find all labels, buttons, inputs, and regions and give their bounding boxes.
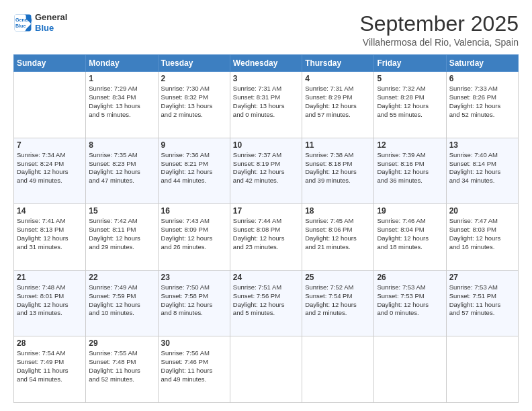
day-number: 28 (17, 338, 83, 348)
calendar-week-row: 1Sunrise: 7:29 AM Sunset: 8:34 PM Daylig… (14, 72, 519, 138)
calendar-cell: 19Sunrise: 7:46 AM Sunset: 8:04 PM Dayli… (374, 204, 446, 271)
day-number: 8 (89, 140, 154, 150)
day-number: 16 (161, 206, 227, 216)
day-info: Sunrise: 7:49 AM Sunset: 7:59 PM Dayligh… (89, 283, 154, 318)
calendar-cell: 21Sunrise: 7:48 AM Sunset: 8:01 PM Dayli… (14, 270, 86, 336)
calendar-cell: 18Sunrise: 7:45 AM Sunset: 8:06 PM Dayli… (302, 204, 374, 271)
day-info: Sunrise: 7:51 AM Sunset: 7:56 PM Dayligh… (233, 283, 299, 318)
header: General Blue GeneralBlue September 2025 … (13, 12, 519, 48)
day-number: 2 (161, 74, 227, 83)
calendar-cell: 12Sunrise: 7:39 AM Sunset: 8:16 PM Dayli… (374, 138, 446, 204)
day-number: 6 (449, 74, 515, 83)
day-number: 1 (89, 74, 154, 83)
calendar-cell: 9Sunrise: 7:36 AM Sunset: 8:21 PM Daylig… (158, 138, 230, 204)
calendar-cell: 23Sunrise: 7:50 AM Sunset: 7:58 PM Dayli… (158, 270, 230, 336)
day-number: 9 (161, 140, 227, 150)
day-number: 20 (449, 206, 515, 216)
day-info: Sunrise: 7:46 AM Sunset: 8:04 PM Dayligh… (377, 217, 443, 251)
day-info: Sunrise: 7:29 AM Sunset: 8:34 PM Dayligh… (89, 85, 154, 119)
col-header-sunday: Sunday (14, 55, 86, 72)
col-header-monday: Monday (86, 55, 158, 72)
logo-icon: General Blue (13, 13, 32, 32)
col-header-wednesday: Wednesday (230, 55, 302, 72)
day-number: 12 (377, 140, 443, 150)
day-info: Sunrise: 7:52 AM Sunset: 7:54 PM Dayligh… (305, 283, 371, 318)
calendar-cell: 16Sunrise: 7:43 AM Sunset: 8:09 PM Dayli… (158, 204, 230, 271)
svg-text:General: General (15, 17, 32, 22)
calendar-cell: 22Sunrise: 7:49 AM Sunset: 7:59 PM Dayli… (86, 270, 158, 336)
calendar-cell: 26Sunrise: 7:53 AM Sunset: 7:53 PM Dayli… (374, 270, 446, 336)
day-number: 23 (161, 273, 227, 282)
day-number: 22 (89, 273, 154, 282)
day-number: 13 (449, 140, 515, 150)
calendar-cell (14, 72, 86, 138)
calendar-week-row: 28Sunrise: 7:54 AM Sunset: 7:49 PM Dayli… (14, 336, 519, 403)
calendar-cell: 14Sunrise: 7:41 AM Sunset: 8:13 PM Dayli… (14, 204, 86, 271)
day-number: 26 (377, 273, 443, 282)
day-info: Sunrise: 7:41 AM Sunset: 8:13 PM Dayligh… (17, 217, 83, 251)
day-info: Sunrise: 7:37 AM Sunset: 8:19 PM Dayligh… (233, 151, 299, 185)
day-number: 29 (89, 338, 154, 348)
calendar-cell: 6Sunrise: 7:33 AM Sunset: 8:26 PM Daylig… (446, 72, 518, 138)
day-info: Sunrise: 7:39 AM Sunset: 8:16 PM Dayligh… (377, 151, 443, 185)
day-number: 17 (233, 206, 299, 216)
day-info: Sunrise: 7:31 AM Sunset: 8:29 PM Dayligh… (305, 85, 371, 119)
day-info: Sunrise: 7:34 AM Sunset: 8:24 PM Dayligh… (17, 151, 83, 185)
day-info: Sunrise: 7:42 AM Sunset: 8:11 PM Dayligh… (89, 217, 154, 251)
day-info: Sunrise: 7:48 AM Sunset: 8:01 PM Dayligh… (17, 283, 83, 318)
title-block: September 2025 Villahermosa del Rio, Val… (359, 12, 519, 48)
calendar-cell: 29Sunrise: 7:55 AM Sunset: 7:48 PM Dayli… (86, 336, 158, 403)
day-info: Sunrise: 7:53 AM Sunset: 7:51 PM Dayligh… (449, 283, 515, 318)
col-header-thursday: Thursday (302, 55, 374, 72)
calendar-cell: 10Sunrise: 7:37 AM Sunset: 8:19 PM Dayli… (230, 138, 302, 204)
calendar-week-row: 14Sunrise: 7:41 AM Sunset: 8:13 PM Dayli… (14, 204, 519, 271)
calendar-cell: 2Sunrise: 7:30 AM Sunset: 8:32 PM Daylig… (158, 72, 230, 138)
day-info: Sunrise: 7:44 AM Sunset: 8:08 PM Dayligh… (233, 217, 299, 251)
calendar-cell: 17Sunrise: 7:44 AM Sunset: 8:08 PM Dayli… (230, 204, 302, 271)
day-info: Sunrise: 7:55 AM Sunset: 7:48 PM Dayligh… (89, 349, 154, 383)
day-info: Sunrise: 7:32 AM Sunset: 8:28 PM Dayligh… (377, 85, 443, 119)
col-header-friday: Friday (374, 55, 446, 72)
day-number: 19 (377, 206, 443, 216)
day-number: 18 (305, 206, 371, 216)
day-number: 24 (233, 273, 299, 282)
day-info: Sunrise: 7:40 AM Sunset: 8:14 PM Dayligh… (449, 151, 515, 185)
calendar-header-row: SundayMondayTuesdayWednesdayThursdayFrid… (14, 55, 519, 72)
svg-text:Blue: Blue (15, 24, 26, 28)
day-info: Sunrise: 7:35 AM Sunset: 8:23 PM Dayligh… (89, 151, 154, 185)
day-number: 30 (161, 338, 227, 348)
day-number: 15 (89, 206, 154, 216)
calendar-cell: 8Sunrise: 7:35 AM Sunset: 8:23 PM Daylig… (86, 138, 158, 204)
calendar-cell: 5Sunrise: 7:32 AM Sunset: 8:28 PM Daylig… (374, 72, 446, 138)
day-number: 25 (305, 273, 371, 282)
svg-rect-2 (15, 14, 26, 31)
calendar-week-row: 21Sunrise: 7:48 AM Sunset: 8:01 PM Dayli… (14, 270, 519, 336)
subtitle: Villahermosa del Rio, Valencia, Spain (359, 37, 519, 48)
day-info: Sunrise: 7:30 AM Sunset: 8:32 PM Dayligh… (161, 85, 227, 119)
calendar-cell: 13Sunrise: 7:40 AM Sunset: 8:14 PM Dayli… (446, 138, 518, 204)
calendar-cell: 7Sunrise: 7:34 AM Sunset: 8:24 PM Daylig… (14, 138, 86, 204)
col-header-tuesday: Tuesday (158, 55, 230, 72)
day-info: Sunrise: 7:31 AM Sunset: 8:31 PM Dayligh… (233, 85, 299, 119)
calendar-table: SundayMondayTuesdayWednesdayThursdayFrid… (13, 54, 519, 403)
day-info: Sunrise: 7:54 AM Sunset: 7:49 PM Dayligh… (17, 349, 83, 383)
calendar-cell: 11Sunrise: 7:38 AM Sunset: 8:18 PM Dayli… (302, 138, 374, 204)
day-number: 4 (305, 74, 371, 83)
day-info: Sunrise: 7:43 AM Sunset: 8:09 PM Dayligh… (161, 217, 227, 251)
day-info: Sunrise: 7:33 AM Sunset: 8:26 PM Dayligh… (449, 85, 515, 119)
day-number: 14 (17, 206, 83, 216)
day-number: 11 (305, 140, 371, 150)
logo: General Blue GeneralBlue (13, 12, 67, 33)
day-number: 21 (17, 273, 83, 282)
day-number: 27 (449, 273, 515, 282)
day-info: Sunrise: 7:56 AM Sunset: 7:46 PM Dayligh… (161, 349, 227, 383)
calendar-cell: 24Sunrise: 7:51 AM Sunset: 7:56 PM Dayli… (230, 270, 302, 336)
day-info: Sunrise: 7:36 AM Sunset: 8:21 PM Dayligh… (161, 151, 227, 185)
page: General Blue GeneralBlue September 2025 … (0, 0, 532, 411)
calendar-cell: 20Sunrise: 7:47 AM Sunset: 8:03 PM Dayli… (446, 204, 518, 271)
day-number: 7 (17, 140, 83, 150)
calendar-cell: 28Sunrise: 7:54 AM Sunset: 7:49 PM Dayli… (14, 336, 86, 403)
calendar-cell (446, 336, 518, 403)
calendar-cell: 3Sunrise: 7:31 AM Sunset: 8:31 PM Daylig… (230, 72, 302, 138)
day-info: Sunrise: 7:47 AM Sunset: 8:03 PM Dayligh… (449, 217, 515, 251)
